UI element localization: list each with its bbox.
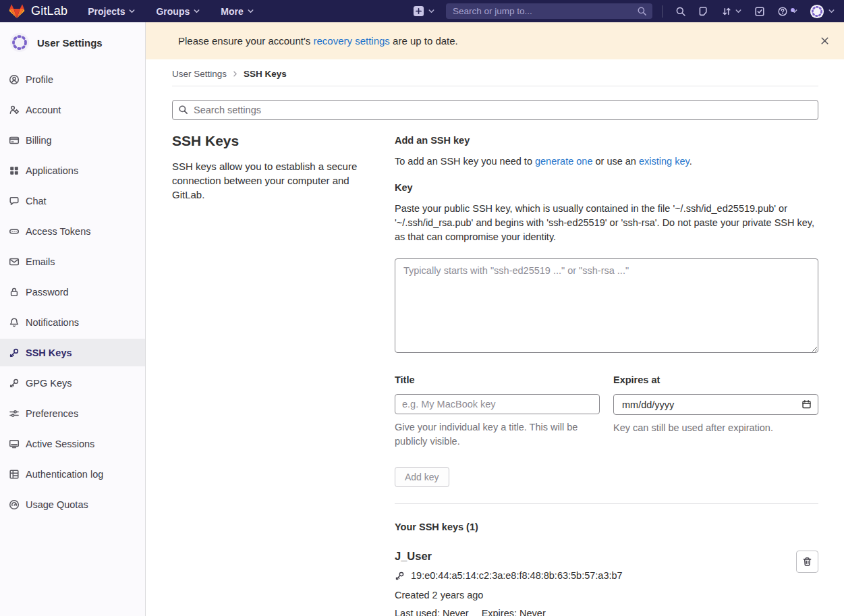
nav-groups[interactable]: Groups <box>156 6 200 17</box>
expires-field-label: Expires at <box>613 374 818 385</box>
section-content: Add an SSH key To add an SSH key you nee… <box>395 133 818 616</box>
sidebar-item-applications[interactable]: Applications <box>0 157 145 184</box>
issues-button[interactable] <box>692 6 715 17</box>
account-icon <box>9 105 20 115</box>
emails-icon <box>9 256 20 267</box>
sidebar-header: User Settings <box>0 22 145 62</box>
settings-search-input[interactable] <box>172 100 818 120</box>
gitlab-app: GitLab Projects Groups More <box>0 0 844 616</box>
gitlab-logo[interactable]: GitLab <box>9 3 67 20</box>
section-summary: SSH Keys SSH keys allow you to establish… <box>172 133 395 616</box>
chevron-right-icon <box>231 70 239 78</box>
sidebar-item-password[interactable]: Password <box>0 278 145 306</box>
ssh-key-last-used: Last used: Never <box>395 608 469 616</box>
sidebar-item-account[interactable]: Account <box>0 96 145 123</box>
search-button[interactable] <box>669 6 692 17</box>
user-menu-button[interactable] <box>810 4 835 19</box>
page-title: SSH Keys <box>172 133 364 149</box>
sidebar-item-access-tokens[interactable]: Access Tokens <box>0 217 145 245</box>
add-key-button[interactable]: Add key <box>395 467 449 487</box>
recovery-settings-banner: Please ensure your account's recovery se… <box>146 22 844 59</box>
sidebar-item-preferences[interactable]: Preferences <box>0 399 145 427</box>
chevron-down-icon <box>735 7 742 15</box>
sidebar-item-emails[interactable]: Emails <box>0 248 145 275</box>
add-ssh-key-intro: To add an SSH key you need to generate o… <box>395 156 818 167</box>
sidebar-item-usage-quotas[interactable]: Usage Quotas <box>0 491 145 518</box>
nav-more[interactable]: More <box>221 6 254 17</box>
chat-icon <box>9 196 20 206</box>
navbar-right <box>413 3 835 19</box>
calendar-icon[interactable] <box>801 399 812 410</box>
sidebar-item-profile[interactable]: Profile <box>0 65 145 93</box>
settings-sidebar: User Settings Profile Account Billing <box>0 22 146 616</box>
page-description: SSH keys allow you to establish a secure… <box>172 159 364 202</box>
sliders-icon <box>9 408 20 419</box>
banner-text: Please ensure your account's recovery se… <box>178 35 458 47</box>
nav-projects[interactable]: Projects <box>88 6 136 17</box>
sidebar-item-gpg-keys[interactable]: GPG Keys <box>0 369 145 397</box>
log-table-icon <box>9 469 20 480</box>
todo-check-icon <box>754 6 765 17</box>
breadcrumb-divider <box>172 86 818 86</box>
avatar <box>810 4 824 19</box>
help-button[interactable] <box>771 6 804 17</box>
sidebar-item-authentication-log[interactable]: Authentication log <box>0 460 145 488</box>
profile-icon <box>9 74 20 85</box>
ssh-key-fingerprint: 19:e0:44:a5:14:c2:3a:e8:f8:48:8b:63:5b:5… <box>411 570 623 581</box>
date-value: mm/dd/yyyy <box>622 399 674 410</box>
lock-icon <box>9 287 20 298</box>
gitlab-tanuki-icon <box>9 3 25 20</box>
sidebar-item-notifications[interactable]: Notifications <box>0 308 145 336</box>
gauge-icon <box>9 499 20 510</box>
recovery-settings-link[interactable]: recovery settings <box>313 35 389 47</box>
navbar-left: GitLab Projects Groups More <box>9 3 275 20</box>
sidebar-item-billing[interactable]: Billing <box>0 126 145 154</box>
new-menu-button[interactable] <box>413 5 435 17</box>
merge-requests-button[interactable] <box>715 6 748 17</box>
main-content: Please ensure your account's recovery se… <box>146 22 844 616</box>
search-icon <box>675 6 686 17</box>
key-icon <box>9 347 20 358</box>
key-icon <box>395 571 405 581</box>
sidebar-item-ssh-keys[interactable]: SSH Keys <box>0 339 145 366</box>
global-search-input[interactable] <box>446 3 652 19</box>
breadcrumb-parent[interactable]: User Settings <box>172 69 227 79</box>
top-navbar: GitLab Projects Groups More <box>0 0 844 22</box>
logo-wordmark: GitLab <box>31 4 67 18</box>
applications-icon <box>9 165 20 176</box>
banner-close-button[interactable] <box>814 31 835 51</box>
plus-square-icon <box>413 5 424 17</box>
ssh-key-textarea[interactable] <box>395 258 818 353</box>
chevron-down-icon <box>247 7 254 15</box>
todos-button[interactable] <box>748 6 771 17</box>
key-field-help: Paste your public SSH key, which is usua… <box>395 202 818 244</box>
sidebar-item-active-sessions[interactable]: Active Sessions <box>0 430 145 457</box>
bell-icon <box>9 317 20 328</box>
chevron-down-icon <box>828 7 835 15</box>
billing-icon <box>9 135 20 146</box>
avatar <box>9 32 30 53</box>
merge-request-icon <box>721 6 732 17</box>
sidebar-nav: Profile Account Billing Applications Cha… <box>0 65 145 518</box>
ssh-key-expires: Expires: Never <box>482 608 546 616</box>
generate-one-link[interactable]: generate one <box>535 156 592 167</box>
title-field-help: Give your individual key a title. This w… <box>395 420 600 449</box>
expires-date-input[interactable]: mm/dd/yyyy <box>613 394 818 415</box>
chevron-down-icon <box>791 7 798 15</box>
access-tokens-icon <box>9 226 20 237</box>
sidebar-title: User Settings <box>37 37 103 49</box>
sidebar-item-chat[interactable]: Chat <box>0 187 145 215</box>
chevron-down-icon <box>193 7 200 15</box>
close-icon <box>820 36 830 46</box>
ssh-key-meta: Last used: Never Expires: Never <box>395 608 785 616</box>
ssh-key-created: Created 2 years ago <box>395 590 785 600</box>
delete-key-button[interactable] <box>796 551 818 573</box>
trash-icon <box>802 557 812 567</box>
monitor-icon <box>9 439 20 449</box>
existing-key-link[interactable]: existing key <box>639 156 690 167</box>
chevron-down-icon <box>128 7 136 15</box>
key-title-input[interactable] <box>395 394 600 414</box>
settings-search <box>172 100 818 120</box>
key-field-label: Key <box>395 182 818 193</box>
add-ssh-key-heading: Add an SSH key <box>395 135 818 146</box>
